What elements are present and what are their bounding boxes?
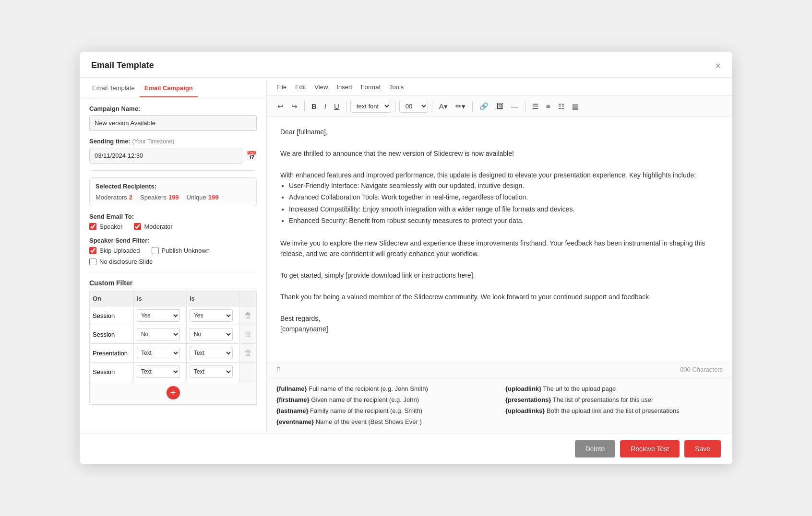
filter-delete-3: [239, 363, 257, 381]
bullet-0: User-Friendly Interface: Navigate seamle…: [289, 180, 719, 191]
ph-presentations: {presentations} The list of presentation…: [505, 395, 723, 404]
toolbar-align-left[interactable]: ☰: [529, 100, 541, 113]
save-button[interactable]: Save: [684, 440, 721, 457]
delete-icon-0[interactable]: 🗑: [244, 311, 252, 319]
delete-button[interactable]: Delete: [575, 440, 615, 457]
filter-delete-2[interactable]: 🗑: [239, 344, 257, 363]
toolbar-undo[interactable]: ↩: [275, 100, 287, 113]
checkbox-speaker-input[interactable]: [89, 223, 96, 230]
datetime-row: 📅: [89, 148, 257, 164]
editor-area[interactable]: Dear [fullname], We are thrilled to anno…: [267, 117, 732, 362]
delete-icon-2[interactable]: 🗑: [244, 349, 252, 357]
editor-footer: P 000 Characters: [267, 362, 732, 377]
modal-body: Email Template Email Campaign Campaign N…: [80, 78, 732, 433]
sending-time-sub: (Your Timezone): [132, 138, 175, 145]
filter-is2-2[interactable]: YesNoText: [186, 344, 239, 363]
filter-is1-select-0[interactable]: YesNoText: [137, 309, 180, 322]
campaign-name-label: Campaign Name:: [89, 105, 257, 112]
calendar-icon[interactable]: 📅: [246, 151, 257, 161]
campaign-name-input[interactable]: [89, 115, 257, 131]
menu-insert[interactable]: Insert: [336, 83, 352, 91]
filter-is1-select-3[interactable]: YesNoText: [137, 365, 180, 378]
toolbar-divider[interactable]: —: [508, 100, 521, 112]
receive-test-button[interactable]: Recieve Test: [620, 440, 680, 457]
checkbox-publish-input[interactable]: [152, 247, 159, 254]
ph-fullname: {fullname} Full name of the recipient (e…: [276, 384, 494, 393]
checkbox-moderator-input[interactable]: [134, 223, 141, 230]
tab-email-template[interactable]: Email Template: [87, 78, 140, 97]
toolbar-highlight-color[interactable]: ✏▾: [453, 100, 468, 113]
toolbar-size-select[interactable]: 00: [399, 100, 428, 113]
toolbar-link[interactable]: 🔗: [477, 100, 491, 113]
speaker-filter-checkboxes: Skip Uploaded Publish Unknown: [89, 247, 257, 254]
filter-row-1: Session YesNoText YesNoText: [90, 325, 257, 344]
checkbox-skip-input[interactable]: [89, 247, 96, 254]
filter-is2-1[interactable]: YesNoText: [186, 325, 239, 344]
checkbox-speaker[interactable]: Speaker: [89, 223, 122, 230]
speaker-filter-label: Speaker Send Filter:: [89, 237, 257, 244]
filter-row-0: Session YesNoText YesNoText: [90, 306, 257, 325]
editor-line-1: Dear [fullname],: [280, 127, 719, 137]
toolbar-italic[interactable]: I: [322, 100, 329, 112]
toolbar-redo[interactable]: ↪: [288, 100, 300, 113]
filter-is1-1[interactable]: YesNoText: [133, 325, 186, 344]
filter-is1-select-1[interactable]: YesNoText: [137, 328, 180, 340]
filter-is2-0[interactable]: YesNoText: [186, 306, 239, 325]
datetime-input[interactable]: [89, 148, 242, 164]
checkbox-moderator[interactable]: Moderator: [134, 223, 172, 230]
filter-delete-0[interactable]: 🗑: [239, 306, 257, 325]
add-filter-row[interactable]: +: [89, 381, 257, 405]
checkbox-publish-unknown[interactable]: Publish Unknown: [152, 247, 210, 254]
tab-email-campaign[interactable]: Email Campaign: [140, 78, 198, 97]
ph-lastname: {lastname} Family name of the recipient …: [276, 406, 494, 415]
recipients-title: Selected Recipients:: [96, 183, 251, 190]
menu-file[interactable]: File: [276, 83, 287, 91]
checkbox-no-disclosure[interactable]: No disclosure Slide: [89, 258, 153, 265]
ph-uploadlink: {uploadlink} The url to the upload page: [505, 384, 723, 393]
filter-is2-select-0[interactable]: YesNoText: [190, 309, 233, 322]
toolbar-text-color[interactable]: A▾: [436, 100, 451, 113]
filter-on-1: Session: [90, 325, 134, 344]
filter-is2-select-2[interactable]: YesNoText: [190, 347, 233, 359]
checkbox-nodisclosure-input[interactable]: [89, 258, 96, 265]
filter-is1-2[interactable]: YesNoText: [133, 344, 186, 363]
recipients-box: Selected Recipients: Moderators2 Speaker…: [89, 177, 257, 206]
toolbar-font-select[interactable]: text font: [350, 100, 391, 113]
editor-line-8: [companyname]: [280, 324, 719, 334]
menu-format[interactable]: Format: [361, 83, 381, 91]
toolbar-align-right[interactable]: ☷: [555, 100, 567, 113]
toolbar-bold[interactable]: B: [309, 100, 320, 112]
bullet-3: Enhanced Security: Benefit from robust s…: [289, 215, 719, 226]
ph-firstname: {firstname} Given name of the recipient …: [276, 395, 494, 404]
filter-row-2: Presentation YesNoText YesNoText: [90, 344, 257, 363]
close-button[interactable]: ×: [715, 61, 721, 70]
tabs: Email Template Email Campaign: [80, 78, 266, 97]
filter-is1-select-2[interactable]: YesNoText: [137, 347, 180, 359]
menu-edit[interactable]: Edit: [295, 83, 306, 91]
filter-row-3: Session YesNoText YesNoText: [90, 363, 257, 381]
delete-icon-1[interactable]: 🗑: [244, 330, 252, 338]
right-panel: File Edit View Insert Format Tools ↩ ↪ B…: [267, 78, 732, 433]
menu-view[interactable]: View: [314, 83, 328, 91]
editor-line-4: We invite you to explore the new Slidecr…: [280, 238, 719, 259]
modal-title: Email Template: [91, 60, 154, 70]
filter-table: On Is Is Session YesNoText: [89, 291, 257, 381]
rec-speakers: Speakers199: [140, 194, 179, 201]
filter-is2-select-3[interactable]: YesNoText: [190, 365, 233, 378]
toolbar-image[interactable]: 🖼: [493, 100, 506, 112]
ph-eventname: {eventname} Name of the event (Best Show…: [276, 417, 494, 426]
filter-is1-0[interactable]: YesNoText: [133, 306, 186, 325]
filter-header-on: On: [90, 291, 134, 306]
toolbar-underline[interactable]: U: [331, 100, 342, 112]
filter-is2-select-1[interactable]: YesNoText: [190, 328, 233, 340]
filter-on-3: Session: [90, 363, 134, 381]
toolbar-align-center[interactable]: ≡: [543, 100, 553, 112]
filter-delete-1[interactable]: 🗑: [239, 325, 257, 344]
checkbox-skip-uploaded[interactable]: Skip Uploaded: [89, 247, 140, 254]
filter-is1-3[interactable]: YesNoText: [133, 363, 186, 381]
editor-menubar: File Edit View Insert Format Tools: [267, 78, 732, 96]
menu-tools[interactable]: Tools: [389, 83, 404, 91]
toolbar-align-justify[interactable]: ▤: [569, 100, 582, 113]
add-filter-button[interactable]: +: [167, 386, 180, 399]
filter-is2-3[interactable]: YesNoText: [186, 363, 239, 381]
